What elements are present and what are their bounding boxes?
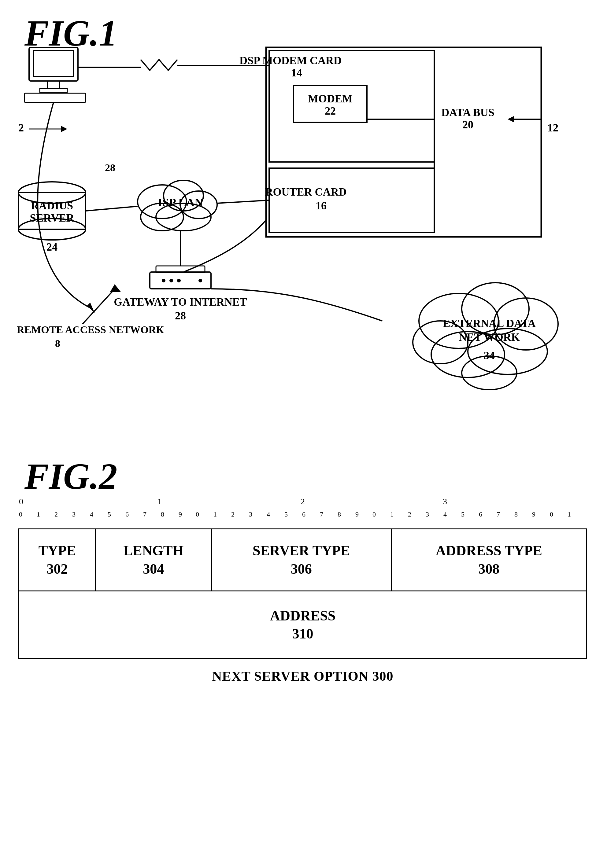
svg-text:9: 9 <box>356 510 359 518</box>
svg-text:8: 8 <box>55 338 60 349</box>
svg-line-45 <box>85 206 138 211</box>
server-type-cell: SERVER TYPE 306 <box>211 529 391 591</box>
svg-text:1: 1 <box>390 510 394 518</box>
svg-text:1: 1 <box>213 510 217 518</box>
server-type-label: SERVER TYPE <box>253 543 350 558</box>
svg-marker-21 <box>508 116 514 122</box>
svg-rect-11 <box>266 47 541 237</box>
svg-text:4: 4 <box>267 510 270 518</box>
svg-text:8: 8 <box>514 510 518 518</box>
svg-rect-4 <box>25 93 85 102</box>
svg-text:28: 28 <box>175 310 186 322</box>
svg-text:28: 28 <box>105 162 115 173</box>
svg-text:0: 0 <box>550 510 553 518</box>
svg-text:0: 0 <box>19 510 22 518</box>
fig2-title: FIG.2 <box>25 456 117 498</box>
svg-rect-3 <box>40 88 67 92</box>
fig1-diagram: 2 DSP MODEM CARD 14 MODEM 22 DATA BUS 20… <box>0 0 607 428</box>
svg-point-50 <box>177 279 181 282</box>
svg-text:1: 1 <box>568 510 571 518</box>
address-type-cell: ADDRESS TYPE 308 <box>391 529 587 591</box>
svg-text:5: 5 <box>461 510 464 518</box>
svg-text:5: 5 <box>108 510 111 518</box>
svg-text:EXTERNAL DATA: EXTERNAL DATA <box>443 317 536 330</box>
svg-text:2: 2 <box>19 122 24 134</box>
svg-text:9: 9 <box>532 510 536 518</box>
svg-text:DATA BUS: DATA BUS <box>441 106 494 119</box>
svg-rect-2 <box>47 81 60 88</box>
svg-text:4: 4 <box>90 510 93 518</box>
svg-marker-10 <box>61 126 67 132</box>
svg-text:6: 6 <box>302 510 306 518</box>
svg-text:3: 3 <box>443 497 447 506</box>
svg-text:MODEM: MODEM <box>308 93 352 105</box>
svg-text:16: 16 <box>315 200 327 212</box>
svg-text:8: 8 <box>161 510 164 518</box>
svg-text:0: 0 <box>19 497 23 506</box>
address-label: ADDRESS <box>270 608 336 623</box>
svg-text:SERVER: SERVER <box>30 212 75 224</box>
svg-text:6: 6 <box>126 510 129 518</box>
address-type-num: 308 <box>478 561 499 577</box>
svg-text:7: 7 <box>320 510 323 518</box>
address-num: 310 <box>292 626 314 642</box>
svg-text:20: 20 <box>463 119 473 131</box>
table-row-2: ADDRESS 310 <box>19 591 587 659</box>
type-num: 302 <box>47 561 68 577</box>
svg-marker-68 <box>110 284 121 292</box>
packet-table: TYPE 302 LENGTH 304 SERVER TYPE 306 ADDR… <box>19 529 587 659</box>
address-cell: ADDRESS 310 <box>19 591 587 659</box>
svg-text:4: 4 <box>443 510 447 518</box>
svg-text:REMOTE ACCESS NETWORK: REMOTE ACCESS NETWORK <box>17 324 164 335</box>
svg-text:RADIUS: RADIUS <box>31 200 73 212</box>
svg-text:14: 14 <box>291 67 302 79</box>
svg-rect-1 <box>34 50 73 76</box>
svg-text:1: 1 <box>37 510 40 518</box>
next-server-caption: NEXT SERVER OPTION 300 <box>19 668 587 684</box>
type-label: TYPE <box>39 543 76 558</box>
fig2-section: 0 1 2 3 0 1 2 3 4 5 6 7 8 9 0 1 2 3 4 5 … <box>19 495 587 684</box>
svg-line-38 <box>217 200 269 203</box>
svg-rect-25 <box>269 168 434 232</box>
svg-text:3: 3 <box>249 510 252 518</box>
svg-point-48 <box>162 279 165 282</box>
length-num: 304 <box>143 561 164 577</box>
svg-text:5: 5 <box>284 510 288 518</box>
svg-rect-0 <box>29 47 78 81</box>
address-type-label: ADDRESS TYPE <box>436 543 542 558</box>
svg-text:0: 0 <box>373 510 376 518</box>
svg-text:3: 3 <box>426 510 429 518</box>
length-label: LENGTH <box>123 543 183 558</box>
bit-ruler: 0 1 2 3 0 1 2 3 4 5 6 7 8 9 0 1 2 3 4 5 … <box>19 495 587 526</box>
table-row-1: TYPE 302 LENGTH 304 SERVER TYPE 306 ADDR… <box>19 529 587 591</box>
svg-text:2: 2 <box>54 510 58 518</box>
server-type-num: 306 <box>291 561 312 577</box>
svg-text:2: 2 <box>408 510 411 518</box>
svg-text:ISP LAN: ISP LAN <box>158 196 203 209</box>
svg-text:2: 2 <box>231 510 234 518</box>
type-cell: TYPE 302 <box>19 529 96 591</box>
length-cell: LENGTH 304 <box>95 529 211 591</box>
svg-text:34: 34 <box>484 349 495 361</box>
svg-text:DSP MODEM CARD: DSP MODEM CARD <box>239 54 342 67</box>
svg-text:22: 22 <box>325 105 336 117</box>
svg-text:7: 7 <box>497 510 500 518</box>
svg-text:NET WORK: NET WORK <box>459 331 520 343</box>
svg-text:9: 9 <box>179 510 182 518</box>
svg-text:GATEWAY TO INTERNET: GATEWAY TO INTERNET <box>114 296 247 308</box>
svg-text:ROUTER CARD: ROUTER CARD <box>265 186 346 198</box>
svg-point-51 <box>199 279 202 282</box>
svg-point-49 <box>169 279 173 282</box>
svg-text:0: 0 <box>196 510 199 518</box>
svg-text:8: 8 <box>338 510 341 518</box>
svg-text:12: 12 <box>547 122 558 134</box>
svg-text:7: 7 <box>143 510 146 518</box>
svg-text:24: 24 <box>47 241 57 253</box>
svg-text:2: 2 <box>301 497 305 506</box>
svg-text:1: 1 <box>157 497 162 506</box>
svg-text:3: 3 <box>72 510 76 518</box>
svg-text:6: 6 <box>479 510 482 518</box>
